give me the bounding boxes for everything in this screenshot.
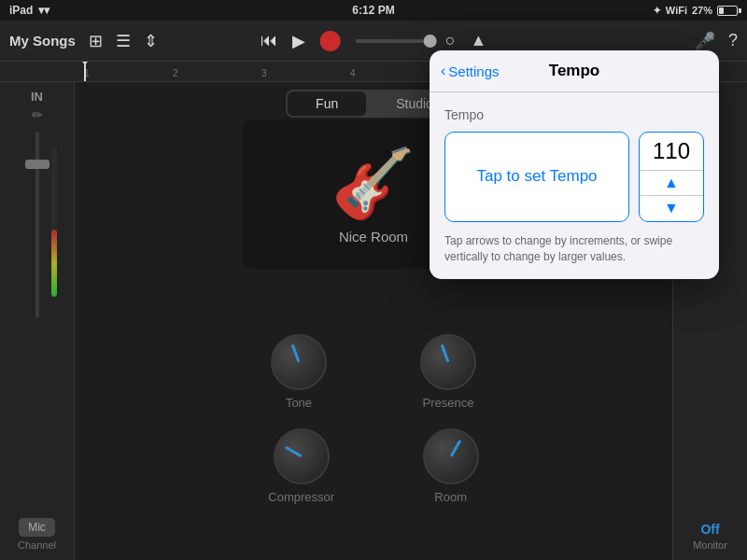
mix-icon[interactable]: ⇕ (144, 31, 158, 51)
monitor-label: Monitor (693, 539, 727, 551)
device-label: iPad (9, 4, 33, 17)
list-view-icon[interactable]: ☰ (116, 31, 131, 51)
guitar-name: Nice Room (339, 229, 408, 245)
tempo-value: 110 (640, 133, 703, 171)
off-button[interactable]: Off (700, 522, 719, 537)
popover-header: ‹ Settings Tempo (430, 50, 719, 92)
knobs-area: Tone Presence Compressor Room (224, 334, 523, 523)
knobs-row-1: Tone Presence (224, 334, 523, 410)
help-icon[interactable]: ? (728, 31, 738, 50)
compressor-knob[interactable] (274, 428, 330, 484)
bottom-labels: Mic Channel (18, 518, 56, 551)
popover-section-label: Tempo (444, 107, 704, 122)
progress-track[interactable] (356, 39, 430, 43)
in-label: IN (31, 90, 43, 104)
tempo-controls: Tap to set Tempo 110 ▲ ▼ (444, 132, 704, 222)
knobs-row-2: Compressor Room (224, 428, 523, 504)
room-label: Room (434, 490, 467, 504)
wifi-strength-icon: WiFi (666, 5, 687, 16)
settings-popover: ‹ Settings Tempo Tempo Tap to set Tempo … (430, 50, 719, 279)
tone-knob[interactable] (271, 334, 327, 390)
status-left: iPad ▾▾ (9, 4, 49, 17)
compressor-label: Compressor (268, 490, 334, 504)
rewind-button[interactable]: ⏮ (261, 31, 277, 50)
metronome-icon[interactable]: ○ (445, 31, 456, 50)
progress-thumb (424, 35, 437, 48)
toolbar-right: 🎤 ? (695, 31, 738, 51)
pencil-icon: ✏ (32, 107, 43, 122)
knob-group-compressor: Compressor (268, 428, 334, 504)
back-button[interactable]: ‹ Settings (441, 63, 500, 79)
tap-tempo-button[interactable]: Tap to set Tempo (444, 132, 629, 222)
my-songs-button[interactable]: My Songs (9, 33, 76, 49)
tab-fun[interactable]: Fun (288, 91, 366, 116)
status-time: 6:12 PM (352, 4, 394, 17)
bluetooth-icon: ✦ (653, 5, 661, 17)
knob-group-room: Room (423, 428, 479, 504)
back-chevron-icon: ‹ (441, 63, 445, 79)
status-right: ✦ WiFi 27% (653, 5, 738, 17)
track-view-icon[interactable]: ⊞ (89, 31, 103, 51)
presence-knob[interactable] (420, 334, 476, 390)
tuner-icon[interactable]: ▲ (471, 31, 487, 50)
level-fill (51, 230, 57, 297)
presence-label: Presence (423, 396, 474, 410)
popover-hint: Tap arrows to change by increments, or s… (444, 233, 704, 265)
wifi-icon: ▾▾ (38, 4, 49, 17)
popover-body: Tempo Tap to set Tempo 110 ▲ ▼ Tap arrow… (430, 92, 719, 279)
channel-label: Channel (18, 539, 56, 551)
mic-button[interactable]: Mic (19, 518, 55, 537)
toolbar-center: ⏮ ▶ ○ ▲ (261, 31, 487, 51)
ruler-mark-3: 3 (261, 68, 267, 78)
battery-icon (717, 6, 738, 16)
tempo-down-button[interactable]: ▼ (640, 196, 703, 220)
level-meter (51, 147, 57, 297)
back-label: Settings (448, 63, 499, 79)
tone-label: Tone (286, 396, 312, 410)
record-button[interactable] (320, 31, 341, 51)
battery-percent: 27% (692, 5, 712, 16)
knob-group-tone: Tone (271, 334, 327, 410)
fader-knob[interactable] (25, 160, 49, 169)
channel-strip: IN ✏ Mic Channel (0, 82, 75, 560)
playhead (84, 64, 86, 81)
mic-icon[interactable]: 🎤 (695, 31, 715, 51)
stepper-buttons: ▲ ▼ (640, 171, 703, 221)
fader-track[interactable] (35, 132, 39, 318)
status-bar: iPad ▾▾ 6:12 PM ✦ WiFi 27% (0, 0, 747, 21)
ruler-mark-2: 2 (173, 68, 178, 78)
guitar-emoji: 🎸 (331, 144, 416, 223)
ruler-mark-4: 4 (350, 68, 356, 78)
play-button[interactable]: ▶ (292, 31, 305, 51)
room-knob[interactable] (423, 428, 479, 484)
tempo-up-button[interactable]: ▲ (640, 171, 703, 196)
knob-group-presence: Presence (420, 334, 476, 410)
tempo-stepper: 110 ▲ ▼ (639, 132, 704, 222)
popover-title: Tempo (549, 62, 599, 80)
